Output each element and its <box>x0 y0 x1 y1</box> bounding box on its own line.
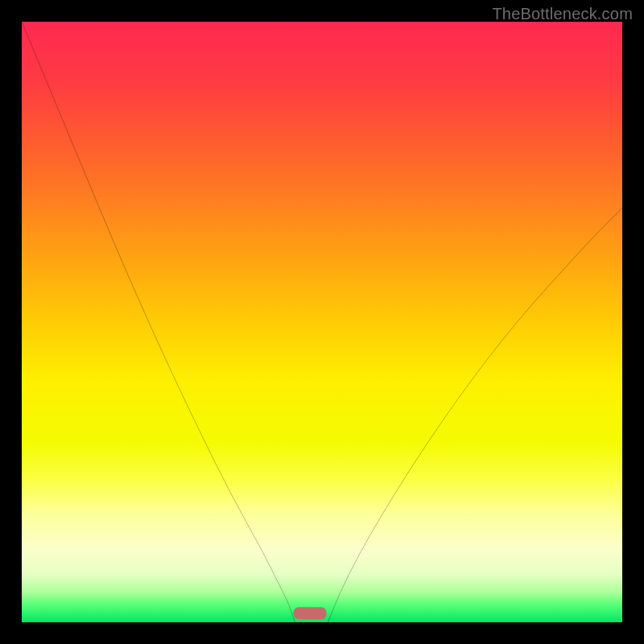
chart-frame: TheBottleneck.com <box>0 0 644 644</box>
watermark-text: TheBottleneck.com <box>492 5 633 23</box>
chart-svg <box>22 22 622 622</box>
chart-canvas <box>22 22 622 622</box>
target-marker <box>294 607 327 619</box>
gradient-background <box>22 22 622 622</box>
